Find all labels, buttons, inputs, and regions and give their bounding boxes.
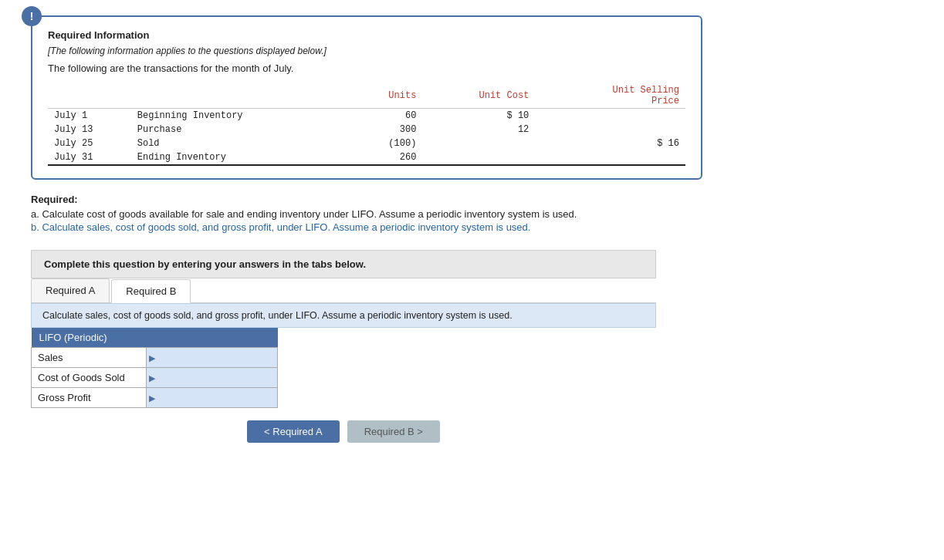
cell-date: July 25 xyxy=(48,137,131,150)
cell-selling-price xyxy=(535,109,685,123)
tab-required-b[interactable]: Required B xyxy=(111,279,191,303)
cell-date: July 1 xyxy=(48,109,131,123)
answer-row: Cost of Goods Sold ▶ xyxy=(32,368,278,388)
cell-unit-cost: 12 xyxy=(422,123,535,137)
table-row: July 31 Ending Inventory 260 xyxy=(48,150,685,165)
table-row: July 25 Sold (100) $ 16 xyxy=(48,137,685,150)
answer-row: Sales ▶ xyxy=(32,348,278,368)
required-label: Required: xyxy=(31,194,702,205)
col-header-unit-cost: Unit Cost xyxy=(422,83,535,109)
col-header-selling-price: Unit Selling Price xyxy=(535,83,685,109)
cell-unit-cost: $ 10 xyxy=(422,109,535,123)
answer-col-header-1: LIFO (Periodic) xyxy=(32,328,147,348)
instruction-bar: Complete this question by entering your … xyxy=(31,250,656,278)
cell-units: 300 xyxy=(323,123,423,137)
table-row: July 1 Beginning Inventory 60 $ 10 xyxy=(48,109,685,123)
nav-buttons: < Required A Required B > xyxy=(31,420,656,443)
answer-row: Gross Profit ▶ xyxy=(32,388,278,408)
info-box: ! Required Information [The following in… xyxy=(31,15,702,180)
required-section: Required: a. Calculate cost of goods ava… xyxy=(31,194,702,233)
info-italic: [The following information applies to th… xyxy=(48,46,685,56)
answer-col-header-2 xyxy=(146,328,277,348)
tab-required-a[interactable]: Required A xyxy=(31,278,110,302)
cell-date: July 31 xyxy=(48,150,131,165)
cell-desc: Purchase xyxy=(131,123,323,137)
answer-input-cell[interactable]: ▶ xyxy=(146,368,277,388)
info-icon: ! xyxy=(22,6,42,26)
col-header-units: Units xyxy=(323,83,423,109)
cell-units: 260 xyxy=(323,150,423,165)
answer-input-cell[interactable]: ▶ xyxy=(146,348,277,368)
cell-desc: Sold xyxy=(131,137,323,150)
cell-units: 60 xyxy=(323,109,423,123)
tabs-container: Required A Required B xyxy=(31,278,656,303)
answer-input-cell[interactable]: ▶ xyxy=(146,388,277,408)
cell-desc: Ending Inventory xyxy=(131,150,323,165)
required-b: b. Calculate sales, cost of goods sold, … xyxy=(31,221,702,233)
cell-date: July 13 xyxy=(48,123,131,137)
answer-label: Gross Profit xyxy=(32,388,147,408)
cell-desc: Beginning Inventory xyxy=(131,109,323,123)
info-desc: The following are the transactions for t… xyxy=(48,62,685,74)
cell-selling-price xyxy=(535,123,685,137)
answer-table-wrap: LIFO (Periodic) Sales ▶ Cost of Goods So… xyxy=(31,328,278,408)
cell-selling-price: $ 16 xyxy=(535,137,685,150)
answer-label: Sales xyxy=(32,348,147,368)
cell-units: (100) xyxy=(323,137,423,150)
prev-button[interactable]: < Required A xyxy=(247,420,340,443)
answer-table: LIFO (Periodic) Sales ▶ Cost of Goods So… xyxy=(31,328,278,408)
transactions-table: Units Unit Cost Unit Selling Price July … xyxy=(48,83,685,166)
cell-selling-price xyxy=(535,150,685,165)
cell-unit-cost xyxy=(422,137,535,150)
table-row: July 13 Purchase 300 12 xyxy=(48,123,685,137)
answer-label: Cost of Goods Sold xyxy=(32,368,147,388)
info-title: Required Information xyxy=(48,29,685,41)
next-button[interactable]: Required B > xyxy=(347,420,440,443)
question-bar: Calculate sales, cost of goods sold, and… xyxy=(31,303,656,328)
required-a: a. Calculate cost of goods available for… xyxy=(31,208,702,220)
cell-unit-cost xyxy=(422,150,535,165)
